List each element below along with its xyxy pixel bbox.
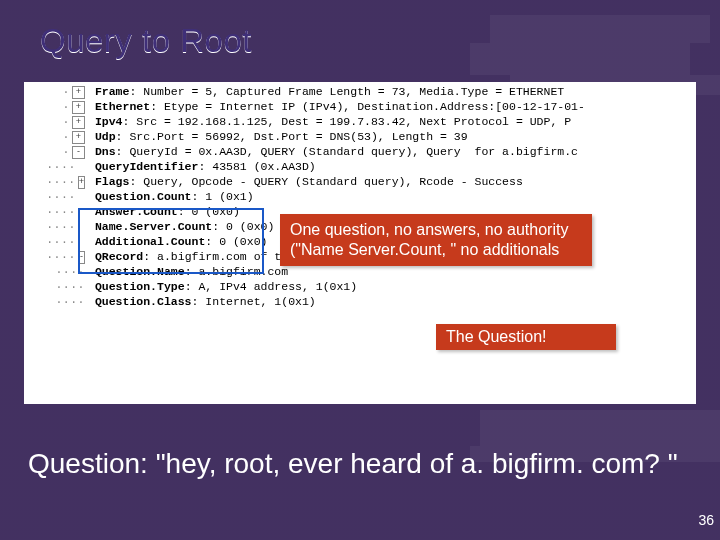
callout-counts: One question, no answers, no authority (…: [280, 214, 592, 266]
row-text: Question.Type: A, IPv4 address, 1(0x1): [88, 279, 357, 294]
tree-row: ·+ Ethernet: Etype = Internet IP (IPv4),…: [24, 99, 696, 114]
row-text: Frame: Number = 5, Captured Frame Length…: [88, 84, 564, 99]
tree-row: ···· Question.Type: A, IPv4 address, 1(0…: [24, 279, 696, 294]
row-text: Udp: Src.Port = 56992, Dst.Port = DNS(53…: [88, 129, 468, 144]
expand-icon[interactable]: +: [72, 86, 85, 99]
row-text: Question.Class: Internet, 1(0x1): [88, 294, 316, 309]
tree-row: ·- Dns: QueryId = 0x.AA3D, QUERY (Standa…: [24, 144, 696, 159]
tree-row: ····+ Flags: Query, Opcode - QUERY (Stan…: [24, 174, 696, 189]
collapse-icon[interactable]: -: [72, 146, 85, 159]
tree-row: ·+ Udp: Src.Port = 56992, Dst.Port = DNS…: [24, 129, 696, 144]
row-text: Dns: QueryId = 0x.AA3D, QUERY (Standard …: [88, 144, 578, 159]
row-text: Flags: Query, Opcode - QUERY (Standard q…: [88, 174, 523, 189]
row-text: QueryIdentifier: 43581 (0x.AA3D): [88, 159, 316, 174]
row-text: Question.Count: 1 (0x1): [88, 189, 254, 204]
footer-question: Question: "hey, root, ever heard of a. b…: [28, 446, 692, 481]
tree-row: ···· QueryIdentifier: 43581 (0x.AA3D): [24, 159, 696, 174]
row-text: Ethernet: Etype = Internet IP (IPv4), De…: [88, 99, 585, 114]
tree-row: ·+ Frame: Number = 5, Captured Frame Len…: [24, 84, 696, 99]
page-number: 36: [698, 512, 714, 528]
callout-question: The Question!: [436, 324, 616, 350]
expand-icon[interactable]: +: [72, 116, 85, 129]
slide-title: Query to Root: [40, 22, 252, 60]
highlight-box-counts: [78, 208, 264, 274]
expand-icon[interactable]: +: [72, 131, 85, 144]
row-text: Ipv4: Src = 192.168.1.125, Dest = 199.7.…: [88, 114, 571, 129]
tree-row: ·+ Ipv4: Src = 192.168.1.125, Dest = 199…: [24, 114, 696, 129]
expand-icon[interactable]: +: [78, 176, 85, 189]
tree-row: ···· Question.Class: Internet, 1(0x1): [24, 294, 696, 309]
expand-icon[interactable]: +: [72, 101, 85, 114]
tree-row: ···· Question.Count: 1 (0x1): [24, 189, 696, 204]
